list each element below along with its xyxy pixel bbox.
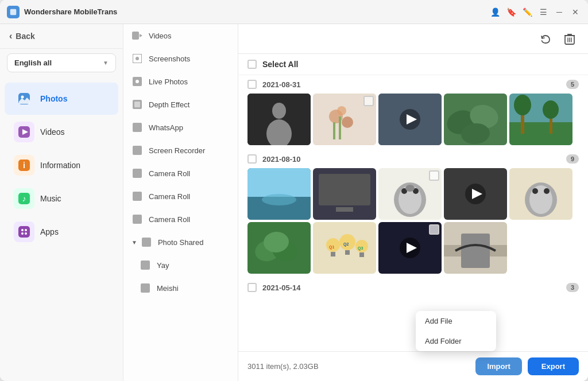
sidebar-item-apps[interactable]: Apps — [5, 216, 118, 248]
photo-thumb[interactable] — [444, 94, 507, 145]
middle-item-screenshots[interactable]: Screenshots — [123, 47, 238, 70]
titlebar: Wondershare MobileTrans 👤 🔖 ✏️ ☰ ─ ✕ — [0, 0, 588, 24]
undo-button[interactable] — [536, 30, 555, 48]
menu-icon[interactable]: ☰ — [537, 6, 549, 18]
middle-item-videos[interactable]: Videos — [123, 24, 238, 47]
minimize-icon[interactable]: ─ — [554, 6, 565, 18]
svg-rect-59 — [247, 168, 311, 197]
middle-item-meishi[interactable]: Meishi — [123, 277, 238, 300]
middle-yay-icon — [140, 259, 151, 271]
photo-thumb[interactable] — [378, 94, 442, 145]
middle-item-camera-roll-2[interactable]: Camera Roll — [123, 185, 238, 208]
svg-point-2 — [21, 96, 24, 99]
sidebar-item-photos-label: Photos — [40, 94, 67, 103]
middle-item-meishi-label: Meishi — [157, 284, 179, 293]
edit-icon[interactable]: ✏️ — [521, 6, 533, 18]
middle-screen-recorder-icon — [131, 145, 143, 156]
user-icon[interactable]: 👤 — [489, 6, 501, 18]
sidebar-item-videos[interactable]: Videos — [5, 116, 118, 148]
select-all-checkbox[interactable] — [247, 60, 257, 69]
svg-rect-86 — [345, 250, 350, 255]
photo-thumb[interactable] — [509, 168, 572, 220]
svg-point-12 — [21, 232, 24, 235]
photo-thumb[interactable] — [247, 168, 311, 220]
middle-item-screen-recorder[interactable]: Screen Recorder — [123, 139, 238, 162]
svg-point-10 — [21, 229, 24, 231]
sidebar-item-music-label: Music — [40, 194, 61, 203]
import-button[interactable]: Import — [475, 357, 521, 375]
svg-rect-88 — [359, 252, 364, 257]
photo-thumb[interactable] — [444, 222, 507, 274]
middle-item-whatsapp-label: WhatsApp — [149, 123, 183, 132]
middle-item-whatsapp[interactable]: WhatsApp — [123, 116, 238, 139]
middle-item-screenshots-label: Screenshots — [149, 55, 190, 63]
date-checkbox-2021-05-14[interactable] — [247, 283, 257, 292]
middle-live-photos-icon — [131, 76, 143, 87]
photo-thumb[interactable] — [313, 94, 376, 145]
photo-grid-2021-08-10-row2: Q1 Q2 Q3 — [247, 222, 579, 274]
close-icon[interactable]: ✕ — [570, 6, 581, 18]
svg-text:♪: ♪ — [22, 194, 26, 203]
device-selector[interactable]: English all ▼ — [7, 53, 116, 72]
middle-item-live-photos[interactable]: Live Photos — [123, 70, 238, 93]
middle-item-photo-shared[interactable]: ▼ Photo Shared — [123, 231, 238, 254]
middle-item-camera-roll-1[interactable]: Camera Roll — [123, 162, 238, 185]
date-label-2021-08-31: 2021-08-31 — [262, 80, 566, 89]
svg-rect-52 — [509, 122, 572, 145]
export-button[interactable]: Export — [528, 357, 579, 375]
svg-point-13 — [25, 232, 27, 235]
photo-thumb[interactable] — [509, 94, 572, 145]
toolbar-right — [536, 30, 579, 48]
photo-thumb[interactable] — [247, 222, 311, 274]
middle-item-yay-label: Yay — [157, 261, 169, 270]
middle-item-depth-effect[interactable]: Depth Effect — [123, 93, 238, 116]
toolbar — [238, 24, 588, 54]
device-selector-text: English all — [14, 59, 52, 67]
photo-check[interactable] — [429, 170, 439, 181]
date-header-2021-08-31: 2021-08-31 5 — [247, 80, 579, 89]
app-icon — [7, 6, 20, 18]
date-label-2021-08-10: 2021-08-10 — [262, 155, 566, 164]
photo-thumb[interactable] — [378, 222, 442, 274]
delete-button[interactable] — [560, 30, 579, 48]
context-menu-add-file[interactable]: Add File — [416, 311, 496, 331]
svg-rect-14 — [132, 32, 139, 40]
svg-rect-22 — [133, 123, 142, 132]
svg-rect-0 — [10, 9, 17, 15]
sidebar-item-music[interactable]: ♪ Music — [5, 182, 118, 215]
svg-text:Q1: Q1 — [329, 245, 334, 250]
photo-thumb[interactable]: Q1 Q2 Q3 — [313, 222, 376, 274]
photo-thumb[interactable] — [378, 168, 442, 220]
svg-text:i: i — [23, 161, 25, 170]
sidebar-item-information-label: Information — [40, 161, 80, 170]
context-menu-add-folder[interactable]: Add Folder — [416, 331, 496, 351]
photo-check[interactable] — [363, 96, 374, 106]
middle-item-camera-roll-1-label: Camera Roll — [149, 169, 190, 178]
sidebar-item-information[interactable]: i Information — [5, 149, 118, 181]
date-checkbox-2021-08-10[interactable] — [247, 154, 257, 164]
photo-thumb[interactable] — [444, 168, 507, 220]
svg-rect-27 — [142, 238, 151, 247]
svg-rect-26 — [133, 215, 142, 224]
photo-check[interactable] — [429, 224, 439, 235]
back-button[interactable]: ‹ Back — [0, 24, 123, 49]
svg-rect-29 — [141, 283, 150, 293]
middle-item-camera-roll-3[interactable]: Camera Roll — [123, 208, 238, 231]
svg-marker-15 — [140, 34, 142, 37]
back-arrow-icon: ‹ — [9, 31, 12, 41]
window-controls: 👤 🔖 ✏️ ☰ ─ ✕ — [489, 6, 581, 18]
photo-thumb[interactable] — [247, 94, 311, 145]
sidebar-nav: Photos Videos — [0, 77, 123, 381]
photo-thumb[interactable] — [313, 168, 376, 220]
svg-point-11 — [25, 229, 27, 231]
middle-item-camera-roll-3-label: Camera Roll — [149, 215, 190, 224]
middle-meishi-icon — [140, 282, 151, 294]
svg-rect-63 — [336, 207, 353, 212]
middle-item-yay[interactable]: Yay — [123, 254, 238, 277]
middle-panel: Videos Screenshots Live Photos — [123, 24, 238, 381]
date-checkbox-2021-08-31[interactable] — [247, 80, 257, 89]
back-label: Back — [16, 32, 34, 41]
sidebar-item-photos[interactable]: Photos — [5, 83, 118, 115]
bookmark-icon[interactable]: 🔖 — [505, 6, 517, 18]
svg-point-40 — [342, 116, 353, 128]
